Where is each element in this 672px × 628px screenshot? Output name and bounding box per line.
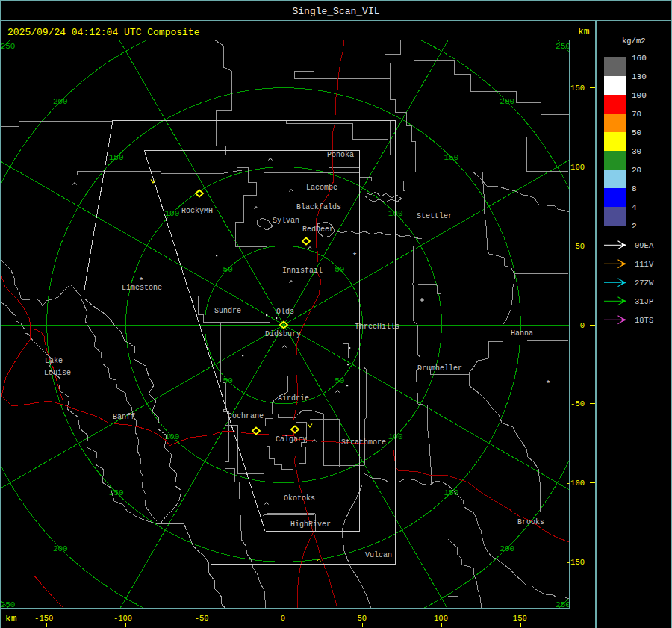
svg-text:50: 50 xyxy=(223,265,233,274)
svg-text:km: km xyxy=(5,613,17,624)
svg-text:200: 200 xyxy=(53,97,68,106)
svg-text:200: 200 xyxy=(500,97,514,106)
svg-text:100: 100 xyxy=(570,163,585,172)
svg-text:Banff: Banff xyxy=(113,413,135,421)
svg-text:Lake: Lake xyxy=(45,357,63,365)
svg-text:Airdrie: Airdrie xyxy=(278,394,309,402)
svg-text:RedDeer: RedDeer xyxy=(302,226,334,234)
svg-text:0: 0 xyxy=(281,614,285,623)
svg-text:Single_Scan_VIL: Single_Scan_VIL xyxy=(292,6,379,17)
svg-text:150: 150 xyxy=(570,84,585,93)
svg-text:100: 100 xyxy=(164,432,179,441)
svg-text:2: 2 xyxy=(632,222,637,231)
svg-text:Lacombe: Lacombe xyxy=(306,184,337,192)
svg-text:ThreeHills: ThreeHills xyxy=(355,323,399,331)
svg-text:100: 100 xyxy=(632,91,647,100)
svg-text:100: 100 xyxy=(164,209,179,218)
svg-text:31JP: 31JP xyxy=(635,297,653,306)
svg-text:Ponoka: Ponoka xyxy=(327,151,354,159)
svg-text:2025/09/24 04:12:04 UTC Compos: 2025/09/24 04:12:04 UTC Composite xyxy=(7,27,199,38)
svg-text:-150: -150 xyxy=(34,614,53,623)
svg-text:09EA: 09EA xyxy=(635,241,654,250)
svg-text:160: 160 xyxy=(632,54,647,63)
svg-text:50: 50 xyxy=(575,242,585,251)
svg-text:RockyMH: RockyMH xyxy=(181,207,213,215)
svg-text:18TS: 18TS xyxy=(635,316,653,325)
svg-text:Sylvan: Sylvan xyxy=(273,217,299,225)
svg-text:100: 100 xyxy=(388,432,403,441)
svg-text:8: 8 xyxy=(632,184,637,193)
svg-text:-100: -100 xyxy=(113,614,132,623)
svg-text:50: 50 xyxy=(335,376,344,385)
svg-text:200: 200 xyxy=(500,544,514,553)
svg-text:50: 50 xyxy=(632,128,641,137)
svg-text:kg/m2: kg/m2 xyxy=(622,37,646,46)
svg-text:Blackfalds: Blackfalds xyxy=(296,203,341,211)
svg-text:Hanna: Hanna xyxy=(511,329,533,338)
svg-text:*: * xyxy=(352,252,358,261)
svg-text:-150: -150 xyxy=(566,558,585,567)
svg-text:Didsbury: Didsbury xyxy=(265,330,301,338)
svg-text:0: 0 xyxy=(580,321,585,330)
svg-text:111V: 111V xyxy=(635,260,654,269)
svg-text:Vulcan: Vulcan xyxy=(365,551,392,559)
svg-text:Stettler: Stettler xyxy=(417,212,452,220)
svg-text:200: 200 xyxy=(53,544,68,553)
svg-text:150: 150 xyxy=(109,153,124,162)
svg-text:HighRiver: HighRiver xyxy=(290,520,331,529)
svg-text:*: * xyxy=(546,379,551,388)
svg-text:Strathmore: Strathmore xyxy=(341,438,386,447)
svg-text:30: 30 xyxy=(632,147,641,156)
svg-text:4: 4 xyxy=(632,203,637,212)
svg-text:250: 250 xyxy=(1,600,16,609)
svg-text:100: 100 xyxy=(434,614,448,623)
svg-text:Brooks: Brooks xyxy=(517,518,544,526)
svg-text:50: 50 xyxy=(223,376,233,385)
svg-text:Okotoks: Okotoks xyxy=(284,494,315,503)
svg-text:-50: -50 xyxy=(195,614,209,623)
svg-text:150: 150 xyxy=(444,153,458,162)
svg-text:250: 250 xyxy=(1,42,16,51)
svg-text:20: 20 xyxy=(632,166,641,175)
svg-text:Drumheller: Drumheller xyxy=(417,364,462,373)
svg-text:150: 150 xyxy=(513,614,527,623)
svg-text:-50: -50 xyxy=(570,400,585,408)
svg-text:Calgary: Calgary xyxy=(276,435,307,444)
svg-text:50: 50 xyxy=(357,614,367,623)
svg-text:Louise: Louise xyxy=(44,369,71,377)
svg-text:70: 70 xyxy=(632,110,641,119)
svg-text:Innisfail: Innisfail xyxy=(282,267,323,275)
svg-text:27ZW: 27ZW xyxy=(635,279,654,287)
svg-text:-100: -100 xyxy=(566,479,585,488)
svg-text:Cochrane: Cochrane xyxy=(228,412,264,420)
svg-text:150: 150 xyxy=(444,488,458,497)
svg-text:130: 130 xyxy=(632,72,647,81)
svg-text:Limestone: Limestone xyxy=(122,284,162,292)
svg-text:Olds: Olds xyxy=(276,308,294,316)
svg-text:100: 100 xyxy=(388,209,403,218)
svg-text:km: km xyxy=(578,26,590,37)
svg-text:Sundre: Sundre xyxy=(214,307,241,315)
svg-text:250: 250 xyxy=(556,42,570,51)
svg-text:250: 250 xyxy=(556,600,570,609)
